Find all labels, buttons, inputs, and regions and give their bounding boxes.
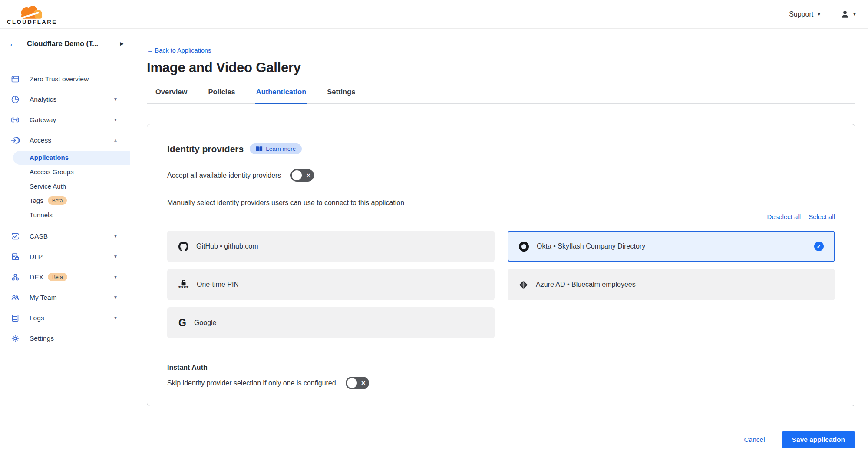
chevron-down-icon[interactable]: ▼ xyxy=(113,117,118,122)
accept-all-toggle[interactable]: × xyxy=(290,169,314,182)
chevron-down-icon[interactable]: ▼ xyxy=(113,295,118,300)
sidebar-item-label: My Team xyxy=(30,294,57,302)
beta-badge: Beta xyxy=(48,273,67,281)
book-icon xyxy=(256,146,263,152)
google-icon: G xyxy=(178,318,186,328)
accept-all-toggle-row: Accept all available identity providers … xyxy=(167,169,835,182)
cloudflare-cloud-icon xyxy=(16,4,49,20)
access-icon xyxy=(11,136,20,145)
chevron-down-icon: ▼ xyxy=(817,12,821,17)
sidebar-item-label: Logs xyxy=(30,314,44,322)
selection-links: Deselect all Select all xyxy=(167,213,835,220)
github-icon xyxy=(178,242,188,252)
chevron-right-icon[interactable]: ▶ xyxy=(120,41,124,46)
sidebar-item-tunnels[interactable]: Tunnels xyxy=(0,208,130,222)
footer-divider xyxy=(147,424,855,424)
provider-label: One-time PIN xyxy=(197,281,239,289)
chevron-down-icon[interactable]: ▼ xyxy=(113,275,118,279)
sidebar-item-tags[interactable]: Tags Beta xyxy=(0,193,130,208)
okta-icon xyxy=(519,242,529,252)
sidebar-item-access-groups[interactable]: Access Groups xyxy=(0,165,130,179)
chevron-down-icon[interactable]: ▼ xyxy=(113,234,118,239)
chevron-down-icon[interactable]: ▼ xyxy=(113,254,118,259)
sidebar-item-service-auth[interactable]: Service Auth xyxy=(0,179,130,193)
cloudflare-logo: CLOUDFLARE xyxy=(7,4,57,25)
learn-more-badge[interactable]: Learn more xyxy=(250,143,302,154)
divider-space xyxy=(0,222,130,226)
tab-policies[interactable]: Policies xyxy=(207,88,236,104)
skip-toggle-row: Skip identity provider selection if only… xyxy=(167,377,835,389)
sidebar-account-header: ← Cloudflare Demo (T... ▶ xyxy=(0,29,130,59)
skip-idp-selection-toggle[interactable]: × xyxy=(346,377,369,389)
sidebar-item-access[interactable]: Access ▲ xyxy=(0,130,130,150)
provider-label: Azure AD • Bluecalm employees xyxy=(536,281,636,289)
sidebar-item-label: Access Groups xyxy=(30,168,74,176)
provider-tile-one-time-pin[interactable]: **** One-time PIN xyxy=(167,269,495,300)
sidebar: ← Cloudflare Demo (T... ▶ Zero Trust ove… xyxy=(0,29,130,461)
support-menu[interactable]: Support ▼ xyxy=(789,10,821,18)
sidebar-item-dex[interactable]: DEX Beta ▼ xyxy=(0,267,130,287)
chevron-down-icon: ▼ xyxy=(852,12,857,17)
check-icon: ✓ xyxy=(814,242,824,251)
dex-icon xyxy=(11,273,20,282)
sidebar-item-label: Settings xyxy=(30,335,54,342)
one-time-pin-icon: **** xyxy=(178,279,189,290)
user-account-menu[interactable]: ▼ xyxy=(840,10,857,19)
select-all-link[interactable]: Select all xyxy=(809,213,835,220)
chevron-down-icon[interactable]: ▼ xyxy=(113,97,118,102)
provider-tile-azure-ad[interactable]: Azure AD • Bluecalm employees xyxy=(508,269,835,300)
sidebar-item-label: DEX xyxy=(30,273,43,281)
sidebar-item-label: CASB xyxy=(30,232,48,240)
back-arrow-icon[interactable]: ← xyxy=(9,39,17,49)
sidebar-item-label: Tags xyxy=(30,197,43,204)
manual-select-text: Manually select identity providers users… xyxy=(167,199,835,207)
save-application-button[interactable]: Save application xyxy=(782,431,855,448)
sidebar-item-label: Access xyxy=(30,136,51,144)
accept-all-toggle-label: Accept all available identity providers xyxy=(167,172,281,179)
instant-auth-heading: Instant Auth xyxy=(167,364,835,371)
tab-authentication[interactable]: Authentication xyxy=(255,88,307,104)
sidebar-item-label: Tunnels xyxy=(30,211,53,219)
topbar-right: Support ▼ ▼ xyxy=(789,10,857,19)
tab-settings[interactable]: Settings xyxy=(326,88,356,104)
footer-actions: Cancel Save application xyxy=(147,431,855,448)
sidebar-item-dlp[interactable]: DLP ▼ xyxy=(0,246,130,267)
sidebar-item-label: Gateway xyxy=(30,116,56,124)
sidebar-item-label: Service Auth xyxy=(30,182,66,190)
sidebar-item-my-team[interactable]: My Team ▼ xyxy=(0,287,130,308)
cloudflare-logo-text: CLOUDFLARE xyxy=(7,19,57,25)
sidebar-item-logs[interactable]: Logs ▼ xyxy=(0,308,130,328)
back-to-applications-link[interactable]: ← Back to Applications xyxy=(147,47,211,54)
tab-bar: Overview Policies Authentication Setting… xyxy=(147,88,855,104)
sidebar-item-applications[interactable]: Applications xyxy=(0,150,130,165)
support-label: Support xyxy=(789,10,813,18)
sidebar-item-gateway[interactable]: Gateway ▼ xyxy=(0,109,130,130)
topbar: CLOUDFLARE Support ▼ ▼ xyxy=(0,0,868,29)
card-heading: Identity providers xyxy=(167,144,244,154)
sidebar-item-label: DLP xyxy=(30,253,43,261)
logs-icon xyxy=(11,314,20,322)
sidebar-item-zero-trust-overview[interactable]: Zero Trust overview xyxy=(0,69,130,89)
toggle-off-x-icon: × xyxy=(361,379,366,387)
analytics-icon xyxy=(11,95,20,104)
sidebar-nav: Zero Trust overview Analytics ▼ Gateway … xyxy=(0,59,130,348)
identity-providers-card: Identity providers Learn more Accept all… xyxy=(147,124,855,406)
sidebar-item-settings[interactable]: Settings xyxy=(0,328,130,348)
chevron-up-icon[interactable]: ▲ xyxy=(113,138,118,143)
card-heading-row: Identity providers Learn more xyxy=(167,143,835,154)
provider-label: GitHub • github.com xyxy=(196,242,258,250)
tab-overview[interactable]: Overview xyxy=(155,88,188,104)
main-content: ← Back to Applications Image and Video G… xyxy=(130,29,868,461)
sidebar-item-casb[interactable]: CASB ▼ xyxy=(0,226,130,246)
provider-tile-google[interactable]: G Google xyxy=(167,307,495,338)
chevron-down-icon[interactable]: ▼ xyxy=(113,315,118,320)
provider-label: Okta • Skyflash Company Directory xyxy=(537,242,645,250)
sidebar-item-label: Analytics xyxy=(30,96,56,103)
skip-toggle-label: Skip identity provider selection if only… xyxy=(167,379,336,387)
deselect-all-link[interactable]: Deselect all xyxy=(767,213,801,220)
account-name[interactable]: Cloudflare Demo (T... xyxy=(27,40,120,48)
sidebar-item-analytics[interactable]: Analytics ▼ xyxy=(0,89,130,109)
provider-tile-okta[interactable]: Okta • Skyflash Company Directory ✓ xyxy=(508,231,835,262)
cancel-button[interactable]: Cancel xyxy=(744,436,765,444)
provider-tile-github[interactable]: GitHub • github.com xyxy=(167,231,495,262)
